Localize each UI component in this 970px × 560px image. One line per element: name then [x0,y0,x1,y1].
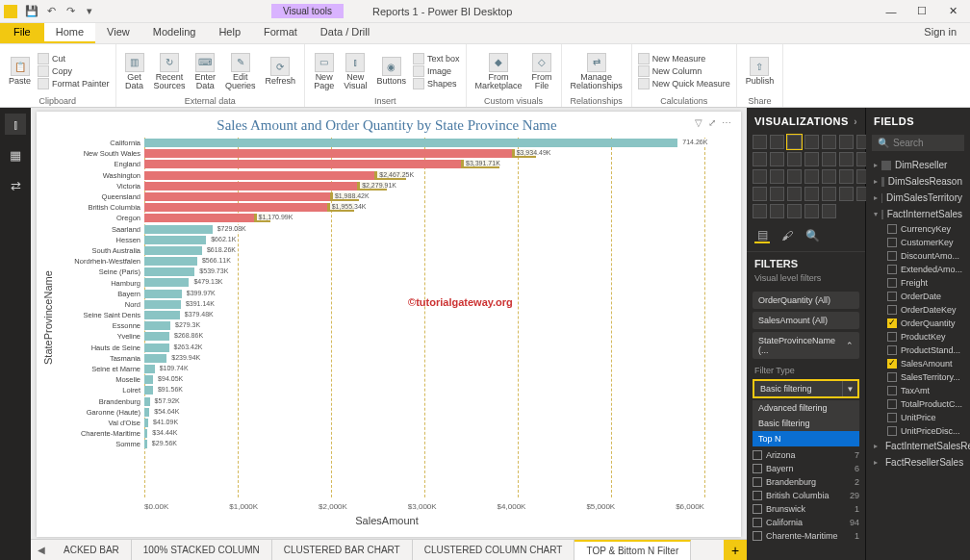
chevron-down-icon[interactable]: ▼ [842,381,857,396]
format-painter-button[interactable]: Format Painter [38,78,110,89]
recent-sources-button[interactable]: ↻Recent Sources [151,52,189,91]
viz-type-button[interactable] [804,169,819,184]
viz-type-button[interactable] [839,152,854,166]
viz-type-button[interactable] [822,187,836,201]
new-column-button[interactable]: New Column [638,65,730,77]
model-view-button[interactable]: ⇄ [5,175,26,196]
tab-modeling[interactable]: Modeling [141,23,208,43]
filter-pill[interactable]: SalesAmount (All) [753,312,859,329]
viz-type-button[interactable] [822,169,836,184]
field-table[interactable]: ▸FactResellerSales [866,454,970,471]
new-quick-measure-button[interactable]: New Quick Measure [638,78,730,89]
page-tab[interactable]: 100% STACKED COLUMN [132,540,272,560]
report-canvas[interactable]: ▽⤢⋯ Sales Amount and Order Quantity by S… [31,108,747,560]
field-item[interactable]: ProductKey [880,330,970,344]
field-table[interactable]: ▾FactInternetSales [866,206,970,222]
get-data-button[interactable]: ▥Get Data [122,52,147,91]
field-item[interactable]: ExtendedAmo... [880,263,970,276]
viz-type-button[interactable] [839,169,854,184]
field-item[interactable]: Freight [880,276,970,290]
field-item[interactable]: CustomerKey [880,236,970,249]
viz-type-button[interactable] [822,135,836,149]
filter-value-item[interactable]: British Columbia29 [753,489,859,502]
viz-type-button[interactable] [770,135,784,149]
filter-type-option[interactable]: Top N [753,431,859,446]
filter-icon[interactable]: ▽ [695,117,702,128]
enter-data-button[interactable]: ⌨Enter Data [192,52,219,91]
filter-type-option[interactable]: Basic filtering [753,416,859,431]
buttons-button[interactable]: ◉Buttons [374,56,410,87]
new-visual-button[interactable]: ⫿New Visual [341,52,370,91]
page-tab[interactable]: CLUSTERED COLUMN CHART [413,540,575,560]
viz-type-button[interactable] [753,135,767,149]
minimize-button[interactable]: — [878,2,905,21]
field-item[interactable]: SalesTerritory... [880,370,970,384]
filter-value-item[interactable]: Bayern6 [753,462,859,475]
viz-type-button[interactable] [787,152,802,166]
viz-type-button[interactable] [753,204,767,218]
fields-well-tab[interactable]: ▤ [754,228,770,243]
tab-datadrill[interactable]: Data / Drill [309,23,381,43]
viz-type-button[interactable] [770,204,784,218]
field-item[interactable]: UnitPriceDisc... [880,424,970,438]
new-measure-button[interactable]: New Measure [638,53,730,64]
field-table[interactable]: ▸DimSalesTerritory [866,190,970,206]
more-icon[interactable]: ⋯ [722,117,731,128]
from-file-button[interactable]: ◇From File [529,52,555,91]
save-button[interactable]: 💾 [23,3,40,20]
viz-type-button[interactable] [787,169,802,184]
undo-button[interactable]: ↶ [42,3,60,20]
copy-button[interactable]: Copy [38,65,110,77]
viz-type-button[interactable] [839,187,854,201]
page-tab[interactable]: ACKED BAR [52,540,132,560]
field-item[interactable]: UnitPrice [880,411,970,424]
page-tab[interactable]: TOP & Bittom N Filter [574,540,691,560]
from-marketplace-button[interactable]: ◆From Marketplace [472,52,525,91]
format-tab[interactable]: 🖌 [779,228,795,243]
tab-format[interactable]: Format [252,23,309,43]
field-item[interactable]: OrderDateKey [880,303,970,317]
fields-search[interactable]: 🔍Search [872,135,964,151]
field-table[interactable]: ▸DimSalesReason [866,173,970,190]
paste-button[interactable]: 📋Paste [6,56,34,87]
redo-button[interactable]: ↷ [62,3,79,20]
field-item[interactable]: DiscountAmo... [880,249,970,263]
refresh-button[interactable]: ⟳Refresh [263,56,299,87]
cut-button[interactable]: Cut [38,53,110,64]
viz-type-button[interactable] [804,152,819,166]
filter-pill[interactable]: OrderQuantity (All) [753,292,859,309]
field-item[interactable]: CurrencyKey [880,222,970,236]
viz-type-button[interactable] [753,152,767,166]
new-page-button[interactable]: ▭New Page [311,52,337,91]
collapse-viz-pane[interactable]: › [854,116,857,127]
viz-type-button[interactable] [770,187,784,201]
maximize-button[interactable]: ☐ [908,2,935,21]
focus-icon[interactable]: ⤢ [708,117,716,128]
filter-type-option[interactable]: Advanced filtering [753,400,859,416]
tab-view[interactable]: View [95,23,141,43]
filter-value-item[interactable]: Arizona7 [753,448,859,462]
tab-file[interactable]: File [0,23,44,43]
shapes-button[interactable]: Shapes [413,78,460,89]
field-table[interactable]: ▸DimReseller [866,157,970,173]
field-item[interactable]: OrderQuantity [880,317,970,330]
filter-value-item[interactable]: California94 [753,516,859,529]
filter-value-item[interactable]: Brunswick1 [753,502,859,516]
tab-home[interactable]: Home [44,23,95,43]
field-table[interactable]: ▸FactInternetSalesRe... [866,438,970,454]
signin-link[interactable]: Sign in [910,23,970,43]
field-item[interactable]: SalesAmount [880,357,970,370]
edit-queries-button[interactable]: ✎Edit Queries [222,52,259,91]
viz-type-button[interactable] [804,204,819,218]
viz-type-button[interactable] [787,204,802,218]
viz-type-button[interactable] [822,152,836,166]
tab-help[interactable]: Help [207,23,252,43]
image-button[interactable]: Image [413,65,460,77]
viz-type-button[interactable] [753,169,767,184]
field-item[interactable]: TaxAmt [880,384,970,397]
close-button[interactable]: ✕ [939,2,966,21]
viz-type-button[interactable] [804,187,819,201]
viz-type-button[interactable] [770,169,784,184]
viz-type-button[interactable] [753,187,767,201]
viz-type-button[interactable] [804,135,819,149]
